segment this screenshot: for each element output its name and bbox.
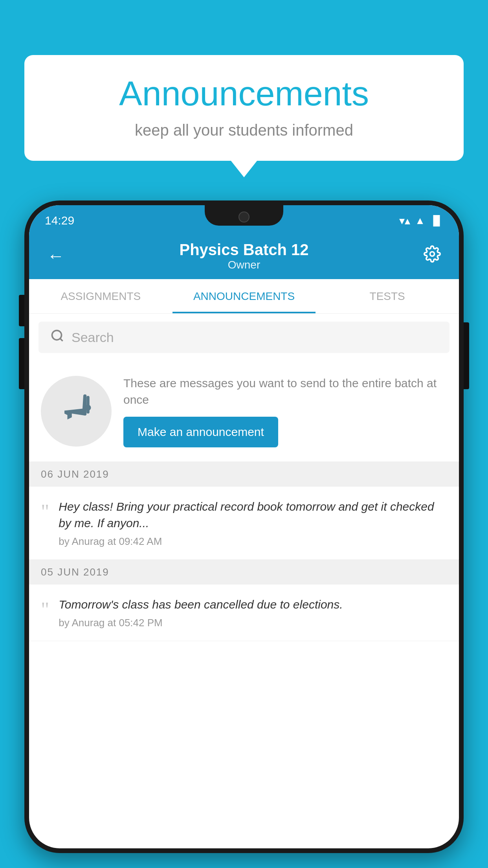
- app-bar-center: Physics Batch 12 Owner: [179, 241, 308, 271]
- app-bar-title: Physics Batch 12: [179, 241, 308, 259]
- announcement-content-2: Tomorrow's class has been cancelled due …: [59, 596, 447, 629]
- announcement-item-1: " Hey class! Bring your practical record…: [29, 487, 459, 560]
- speech-bubble-section: Announcements keep all your students inf…: [24, 55, 464, 161]
- quote-icon-1: ": [41, 502, 49, 548]
- promo-content: These are messages you want to send to t…: [123, 375, 447, 447]
- announcement-content-1: Hey class! Bring your practical record b…: [59, 498, 447, 548]
- app-bar: ← Physics Batch 12 Owner: [29, 233, 459, 279]
- date-divider-2: 05 JUN 2019: [29, 560, 459, 585]
- power-button: [464, 322, 469, 389]
- svg-point-0: [430, 252, 435, 256]
- promo-card: These are messages you want to send to t…: [29, 361, 459, 462]
- search-placeholder: Search: [72, 330, 114, 345]
- status-time: 14:29: [45, 214, 74, 227]
- settings-button[interactable]: [420, 241, 445, 270]
- megaphone-icon: [59, 390, 94, 433]
- search-bar[interactable]: Search: [39, 322, 449, 353]
- status-icons: ▾▴ ▲ ▐▌: [399, 214, 443, 227]
- volume-up-button: [19, 295, 24, 326]
- announcement-author-1: by Anurag at 09:42 AM: [59, 535, 447, 548]
- bubble-subtitle: keep all your students informed: [48, 121, 440, 139]
- promo-description: These are messages you want to send to t…: [123, 375, 447, 408]
- quote-icon-2: ": [41, 600, 49, 629]
- search-icon: [50, 329, 64, 346]
- speech-bubble: Announcements keep all your students inf…: [24, 55, 464, 161]
- back-button[interactable]: ←: [43, 242, 68, 270]
- phone-container: 14:29 ▾▴ ▲ ▐▌ ← Physics Batch 12 Owner: [24, 200, 464, 868]
- wifi-icon: ▾▴: [399, 214, 410, 227]
- date-divider-1: 06 JUN 2019: [29, 462, 459, 487]
- svg-point-3: [85, 405, 91, 410]
- app-bar-subtitle: Owner: [179, 259, 308, 271]
- tab-assignments[interactable]: ASSIGNMENTS: [29, 279, 172, 313]
- battery-icon: ▐▌: [430, 215, 443, 226]
- make-announcement-button[interactable]: Make an announcement: [123, 417, 278, 447]
- phone-notch: [205, 205, 283, 226]
- announcement-text-1: Hey class! Bring your practical record b…: [59, 498, 447, 531]
- announcement-author-2: by Anurag at 05:42 PM: [59, 617, 447, 629]
- search-container: Search: [29, 314, 459, 361]
- svg-line-2: [60, 338, 63, 341]
- tab-tests[interactable]: TESTS: [316, 279, 459, 313]
- announcement-item-2: " Tomorrow's class has been cancelled du…: [29, 585, 459, 641]
- announcement-text-2: Tomorrow's class has been cancelled due …: [59, 596, 447, 613]
- promo-icon-circle: [41, 376, 112, 447]
- signal-icon: ▲: [415, 215, 425, 227]
- phone-mockup: 14:29 ▾▴ ▲ ▐▌ ← Physics Batch 12 Owner: [24, 200, 464, 853]
- volume-down-button: [19, 338, 24, 389]
- front-camera: [238, 211, 250, 223]
- tab-announcements[interactable]: ANNOUNCEMENTS: [172, 279, 316, 313]
- phone-screen: 14:29 ▾▴ ▲ ▐▌ ← Physics Batch 12 Owner: [29, 205, 459, 848]
- svg-point-1: [52, 330, 62, 340]
- tab-bar: ASSIGNMENTS ANNOUNCEMENTS TESTS: [29, 279, 459, 314]
- bubble-title: Announcements: [48, 75, 440, 113]
